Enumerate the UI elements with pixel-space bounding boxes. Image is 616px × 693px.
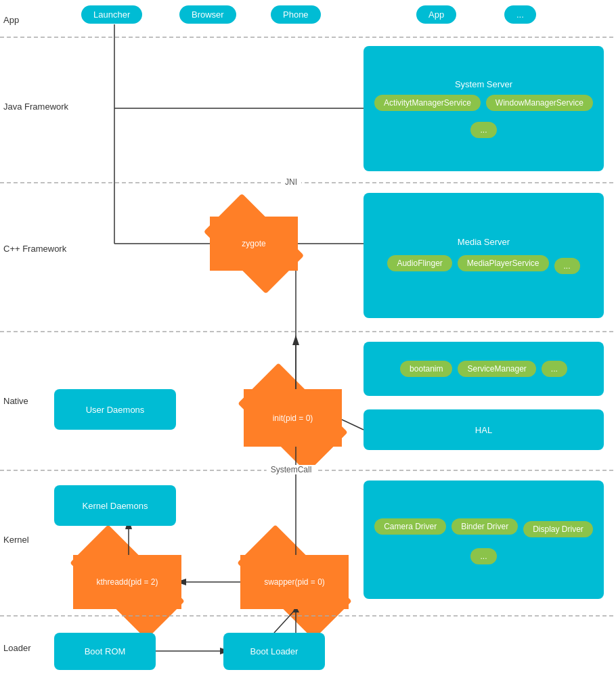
servicemanager-pill: ServiceManager (458, 361, 535, 377)
media-server-box: Media Server AudioFlinger MediaPlayerSer… (364, 193, 604, 318)
native-services-box: bootanim ServiceManager ... (364, 342, 604, 396)
user-daemons-box: User Daemons (54, 389, 176, 430)
zygote-label: zygote (242, 239, 265, 248)
system-server-dots-pill: ... (470, 122, 496, 138)
syscall-label: SystemCall (267, 465, 316, 474)
label-kernel: Kernel (3, 535, 29, 545)
kthreadd-diamond: kthreadd(pid = 2) (73, 555, 181, 609)
system-server-box: System Server ActivitytManagerService Wi… (364, 46, 604, 171)
kernel-dots-pill: ... (470, 548, 496, 564)
svg-line-12 (342, 420, 364, 430)
hal-box: HAL (364, 409, 604, 450)
display-driver-pill: Display Driver (523, 521, 593, 537)
camera-driver-pill: Camera Driver (374, 518, 446, 535)
swapper-label: swapper(pid = 0) (264, 577, 325, 587)
diagram-container: App Java Framework C++ Framework Native … (0, 0, 616, 693)
boot-rom-box: Boot ROM (54, 633, 156, 670)
system-server-pills: ActivitytManagerService WindowManagerSer… (372, 95, 596, 138)
media-server-title: Media Server (458, 237, 510, 247)
label-native: Native (3, 396, 28, 406)
kernel-drivers-box: Camera Driver Binder Driver Display Driv… (364, 480, 604, 599)
kthreadd-label: kthreadd(pid = 2) (96, 577, 158, 587)
label-loader: Loader (3, 643, 30, 653)
media-player-pill: MediaPlayerService (458, 255, 549, 271)
native-dots-pill: ... (542, 361, 567, 377)
app-pill-app[interactable]: App (416, 5, 456, 24)
svg-marker-15 (292, 335, 299, 345)
bootanim-pill: bootanim (400, 361, 452, 377)
zygote-diamond: zygote (210, 217, 298, 271)
boot-loader-box: Boot Loader (223, 633, 325, 670)
app-pill-phone[interactable]: Phone (271, 5, 321, 24)
init-label: init(pid = 0) (273, 413, 313, 423)
activity-service-pill: ActivitytManagerService (374, 95, 481, 111)
label-cpp: C++ Framework (3, 244, 66, 254)
swapper-diamond: swapper(pid = 0) (240, 555, 349, 609)
jni-label: JNI (281, 177, 301, 187)
label-app: App (3, 15, 19, 25)
label-java: Java Framework (3, 102, 68, 112)
audio-flinger-pill: AudioFlinger (387, 255, 452, 271)
media-server-pills: AudioFlinger MediaPlayerService ... (387, 252, 579, 274)
app-pill-launcher[interactable]: Launcher (81, 5, 142, 24)
binder-driver-pill: Binder Driver (452, 518, 518, 535)
media-server-dots-pill: ... (554, 258, 580, 274)
svg-line-26 (274, 609, 296, 633)
init-diamond: init(pid = 0) (244, 389, 342, 447)
window-service-pill: WindowManagerService (486, 95, 593, 111)
system-server-title: System Server (455, 79, 512, 89)
app-pill-dots[interactable]: ... (504, 5, 536, 24)
app-pill-browser[interactable]: Browser (179, 5, 236, 24)
kernel-drivers-pills: Camera Driver Binder Driver Display Driv… (374, 516, 594, 564)
kernel-daemons-box: Kernel Daemons (54, 485, 176, 526)
